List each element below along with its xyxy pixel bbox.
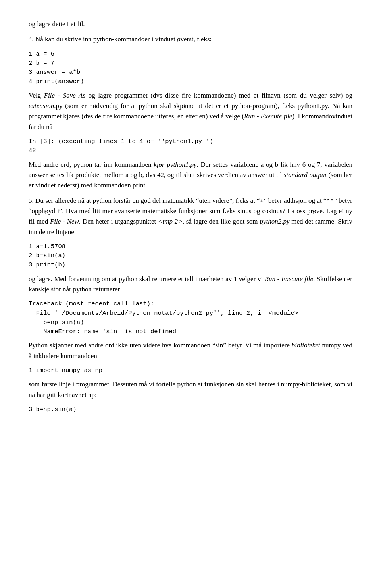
code-block-6: 3 b=np.sin(a) [29,405,352,414]
paragraph-intro: og lagre dette i ei fil. [29,19,352,29]
code-lines-5: 1 import numpy as np [29,366,352,375]
text-file-save-as: File - Save As [44,92,85,99]
text-run-execute-2: Run - Execute file [265,275,313,283]
code-block-1: 1 a = 6 2 b = 7 3 answer = a*b 4 print(a… [29,50,352,87]
text-extension: extension [29,102,54,110]
code-plus: + [260,198,264,205]
text-run-execute: Run - Execute file [244,112,292,120]
paragraph-7: Python skjønner med andre ord ikke uten … [29,340,352,361]
paragraph-3: Velg File - Save As og lagre programmet … [29,91,352,132]
code-lines-3: 1 a=1.5708 2 b=sin(a) 3 print(b) [29,242,352,270]
paragraph-4: Med andre ord, python tar inn kommandoen… [29,160,352,191]
page-content: og lagre dette i ei fil. 4. Nå kan du sk… [29,19,352,414]
text-standard-output: standard output [284,171,327,179]
text-kjor-python: kjør python1.py [154,161,196,168]
code-block-5: 1 import numpy as np [29,366,352,375]
code-lines-1: 1 a = 6 2 b = 7 3 answer = a*b 4 print(a… [29,50,352,87]
code-block-4: Traceback (most recent call last): File … [29,299,352,336]
code-block-2: In [3]: (executing lines 1 to 4 of ''pyt… [29,137,352,156]
paragraph-5: 5. Du ser allerede nå at python forstår … [29,196,352,237]
code-lines-2: In [3]: (executing lines 1 to 4 of ''pyt… [29,137,352,156]
code-lines-4: Traceback (most recent call last): File … [29,299,352,336]
text-file-new: File - New [50,218,79,225]
text-python2-py: python2.py [260,218,289,225]
text-biblioteket: biblioteket [292,341,320,349]
code-block-3: 1 a=1.5708 2 b=sin(a) 3 print(b) [29,242,352,270]
paragraph-4-heading: 4. Nå kan du skrive inn python-kommandoe… [29,34,352,44]
text-tmp2: <tmp 2> [158,218,183,225]
paragraph-8: som første linje i programmet. Dessuten … [29,379,352,400]
code-lines-6: 3 b=np.sin(a) [29,405,352,414]
code-power: ** [327,198,334,205]
paragraph-6: og lagre. Med forventning om at python s… [29,274,352,295]
